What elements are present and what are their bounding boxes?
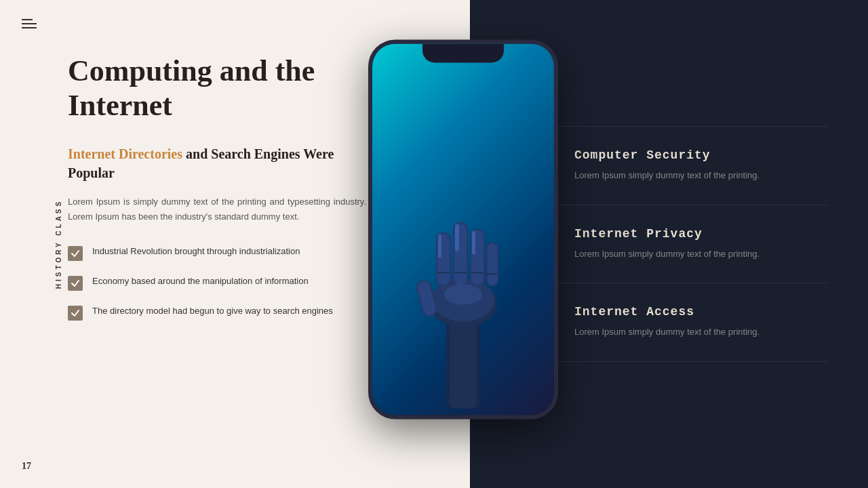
checklist-item-3: The directory model had begun to give wa… [68, 304, 366, 321]
phone-screen [372, 43, 554, 415]
subtitle: Internet Directories and Search Engines … [68, 144, 366, 182]
item-content-2: Internet Privacy Lorem Ipsum simply dumm… [574, 227, 827, 262]
page-number: 17 [22, 461, 31, 472]
checklist-text-3: The directory model had begun to give wa… [92, 304, 333, 319]
svg-point-14 [444, 284, 482, 304]
main-title: Computing and the Internet [68, 54, 366, 123]
svg-rect-13 [488, 243, 497, 285]
info-item-3: 03 Internet Access Lorem Ipsum simply du… [524, 283, 827, 362]
sidebar-label: HISTORY CLASS [55, 199, 62, 289]
item-desc-3: Lorem Ipsum simply dummy text of the pri… [574, 325, 827, 340]
item-title-3: Internet Access [574, 305, 827, 319]
body-text: Lorem Ipsum is simply dummy text of the … [68, 195, 366, 224]
checklist-text-1: Industrial Revolution brought through in… [92, 245, 300, 259]
subtitle-highlight: Internet Directories [68, 146, 182, 161]
item-title-1: Computer Security [574, 148, 827, 162]
item-content-1: Computer Security Lorem Ipsum simply dum… [574, 148, 827, 183]
main-content: Computing and the Internet Internet Dire… [68, 54, 366, 321]
checklist-item-2: Economy based around the manipulation of… [68, 274, 366, 291]
robot-hand-illustration [409, 123, 517, 408]
phone-mockup [368, 39, 558, 419]
info-item-2: 02 Internet Privacy Lorem Ipsum simply d… [524, 205, 827, 284]
checklist-item-1: Industrial Revolution brought through in… [68, 245, 366, 261]
checklist: Industrial Revolution brought through in… [68, 245, 366, 321]
menu-line-2 [22, 23, 37, 24]
phone-notch [422, 43, 504, 62]
item-title-2: Internet Privacy [574, 227, 827, 241]
menu-button[interactable] [22, 19, 37, 28]
item-content-3: Internet Access Lorem Ipsum simply dummy… [574, 305, 827, 340]
menu-line-3 [22, 27, 37, 28]
info-item-1: 01 Computer Security Lorem Ipsum simply … [524, 126, 827, 205]
svg-rect-1 [450, 313, 477, 408]
checkbox-2 [68, 276, 83, 291]
svg-rect-16 [438, 234, 441, 258]
item-desc-1: Lorem Ipsum simply dummy text of the pri… [574, 169, 827, 183]
checklist-text-2: Economy based around the manipulation of… [92, 274, 309, 289]
checkbox-1 [68, 246, 83, 261]
phone-mockup-container [368, 39, 558, 432]
menu-line-1 [22, 19, 33, 20]
svg-rect-15 [455, 224, 459, 251]
item-desc-2: Lorem Ipsum simply dummy text of the pri… [574, 247, 827, 262]
svg-rect-17 [472, 230, 475, 254]
left-panel: HISTORY CLASS Computing and the Internet… [0, 0, 470, 488]
checkbox-3 [68, 306, 83, 321]
